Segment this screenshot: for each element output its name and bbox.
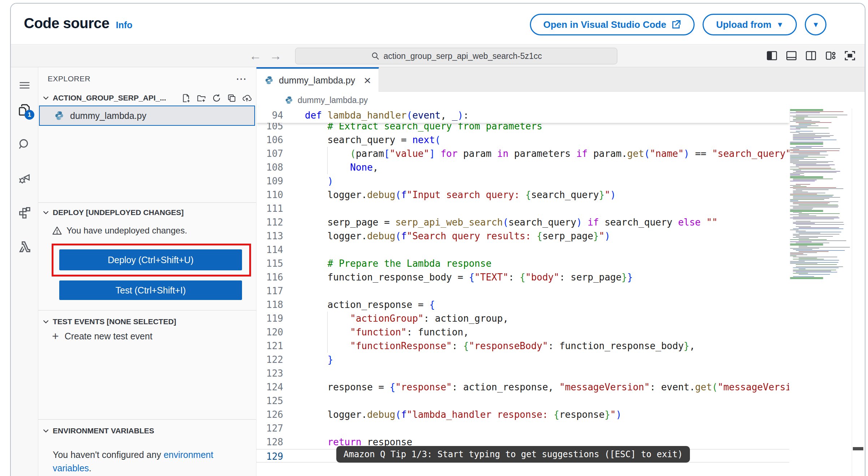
new-file-icon[interactable]	[181, 93, 191, 103]
chevron-down-icon	[41, 317, 51, 326]
open-in-vscode-button[interactable]: Open in Visual Studio Code	[530, 14, 695, 35]
upload-from-label: Upload from	[716, 19, 771, 30]
code-line[interactable]: 123	[256, 366, 789, 380]
file-item-dummy-lambda[interactable]: dummy_lambda.py	[39, 106, 255, 126]
code-line[interactable]: 114	[256, 243, 789, 257]
tab-dummy-lambda[interactable]: dummy_lambda.py ×	[256, 67, 379, 92]
back-button[interactable]: ←	[249, 50, 262, 62]
code-line[interactable]: 113 logger.debug(f"Search query results:…	[256, 229, 789, 243]
code-line[interactable]: 117	[256, 284, 789, 298]
deploy-section-header[interactable]: DEPLOY [UNDEPLOYED CHANGES]	[38, 205, 256, 220]
explorer-more-button[interactable]: ⋯	[236, 77, 247, 81]
code-line[interactable]: 112 serp_page = serp_api_web_search(sear…	[256, 215, 789, 229]
forward-button[interactable]: →	[269, 50, 282, 62]
section-divider	[38, 419, 256, 421]
chevron-down-icon	[41, 426, 51, 436]
explorer-activity-button[interactable]: 1	[17, 102, 33, 118]
indent-guide	[327, 312, 328, 353]
workbench: 1	[11, 67, 865, 476]
header: Code source Info Open in Visual Studio C…	[11, 4, 865, 44]
python-icon	[264, 76, 274, 85]
activity-bar: 1	[11, 67, 38, 476]
overview-ruler[interactable]	[852, 108, 864, 476]
new-folder-icon[interactable]	[197, 93, 206, 103]
env-vars-text-prefix: You haven't configured any	[53, 450, 164, 460]
create-test-event-label: Create new test event	[65, 331, 152, 342]
files-icon: 1	[18, 103, 31, 117]
toggle-secondary-sidebar-button[interactable]	[805, 50, 817, 62]
code-line[interactable]: 125	[256, 394, 789, 408]
toggle-panel-button[interactable]	[785, 50, 798, 62]
sticky-scroll-line[interactable]: 94def lambda_handler(event, _):	[256, 108, 789, 123]
warning-text: You have undeployed changes.	[66, 226, 187, 236]
search-icon	[18, 138, 31, 151]
env-vars-text-suffix: .	[89, 463, 91, 473]
minimap[interactable]	[789, 109, 851, 297]
file-name: dummy_lambda.py	[70, 111, 146, 121]
code-line[interactable]: 108 None,	[256, 160, 789, 174]
code-line[interactable]: 110 logger.debug(f"Input search query: {…	[256, 188, 789, 202]
upload-cloud-icon[interactable]	[242, 93, 252, 103]
explorer-sidebar: EXPLORER ⋯ ACTION_GROUP_SERP_API_...	[38, 67, 256, 476]
test-events-section-header[interactable]: TEST EVENTS [NONE SELECTED]	[38, 314, 256, 330]
test-events-section-title: TEST EVENTS [NONE SELECTED]	[53, 317, 176, 326]
undeployed-warning: You have undeployed changes.	[52, 226, 187, 236]
workspace-tree-title: ACTION_GROUP_SERP_API_...	[53, 94, 166, 102]
info-link[interactable]: Info	[116, 20, 133, 30]
code-source-card: Code source Info Open in Visual Studio C…	[10, 3, 865, 476]
chevron-down-icon	[41, 208, 51, 217]
search-activity-button[interactable]	[17, 137, 33, 153]
search-icon	[371, 51, 380, 61]
code-line[interactable]: 115 # Prepare the Lambda response	[256, 257, 789, 270]
code-line[interactable]: 127	[256, 421, 789, 435]
caret-down-icon: ▼	[777, 21, 784, 29]
env-vars-section-header[interactable]: ENVIRONMENT VARIABLES	[38, 423, 256, 439]
explorer-panel-title: EXPLORER	[48, 74, 90, 83]
tab-close-button[interactable]: ×	[364, 74, 371, 86]
debug-icon	[18, 172, 31, 185]
command-search-bar[interactable]: action_group_serp_api_web_search-5z1cc	[295, 48, 617, 64]
code-line[interactable]: 120 "function": function,	[256, 325, 789, 339]
more-actions-button[interactable]: ▼	[805, 14, 826, 35]
python-icon	[54, 111, 64, 121]
run-debug-activity-button[interactable]	[17, 171, 33, 186]
code-line[interactable]: 116 function_response_body = {"TEXT": {"…	[256, 270, 789, 284]
code-line[interactable]: 119 "actionGroup": action_group,	[256, 312, 789, 325]
code-line[interactable]: 121 "functionResponse": {"responseBody":…	[256, 339, 789, 353]
tab-label: dummy_lambda.py	[279, 75, 355, 86]
extensions-icon	[18, 206, 31, 219]
code-lines[interactable]: 105 # Extract search_query from paramete…	[256, 119, 789, 463]
breadcrumb-label[interactable]: dummy_lambda.py	[298, 95, 368, 105]
external-link-icon	[671, 20, 681, 30]
code-line[interactable]: 106 search_query = next(	[256, 133, 789, 147]
python-icon	[285, 96, 293, 104]
code-line[interactable]: 111	[256, 202, 789, 215]
workspace-tree-header[interactable]: ACTION_GROUP_SERP_API_...	[38, 90, 256, 106]
code-editor: dummy_lambda.py × dummy_lambda.py 105 # …	[256, 67, 865, 476]
plus-icon: +	[52, 330, 59, 342]
breadcrumb: dummy_lambda.py	[256, 92, 865, 108]
test-button[interactable]: Test (Ctrl+Shift+I)	[59, 280, 242, 300]
deploy-button[interactable]: Deploy (Ctrl+Shift+U)	[59, 249, 242, 270]
copy-icon[interactable]	[227, 93, 237, 103]
code-line[interactable]: 126 logger.debug(f"lambda_handler respon…	[256, 408, 789, 421]
extensions-activity-button[interactable]	[17, 205, 33, 220]
lambda-icon	[18, 240, 31, 253]
aws-toolkit-activity-button[interactable]	[17, 239, 33, 254]
create-test-event-button[interactable]: + Create new test event	[52, 330, 152, 342]
code-line[interactable]: 124 response = {"response": action_respo…	[256, 380, 789, 394]
code-line[interactable]: 118 action_response = {	[256, 298, 789, 312]
section-divider	[38, 310, 256, 312]
upload-from-button[interactable]: Upload from ▼	[703, 14, 797, 35]
code-line[interactable]: 122 }	[256, 353, 789, 366]
maximize-editor-button[interactable]	[844, 50, 856, 62]
customize-layout-button[interactable]	[824, 50, 837, 62]
code-line[interactable]: 109 )	[256, 174, 789, 188]
open-in-vscode-label: Open in Visual Studio Code	[543, 19, 666, 30]
refresh-icon[interactable]	[212, 93, 221, 103]
menu-button[interactable]	[17, 77, 33, 93]
code-region[interactable]: 105 # Extract search_query from paramete…	[256, 108, 865, 476]
cursor-position-marker	[853, 447, 863, 450]
toggle-primary-sidebar-button[interactable]	[766, 50, 778, 62]
code-line[interactable]: 107 (param["value"] for param in paramet…	[256, 147, 789, 160]
